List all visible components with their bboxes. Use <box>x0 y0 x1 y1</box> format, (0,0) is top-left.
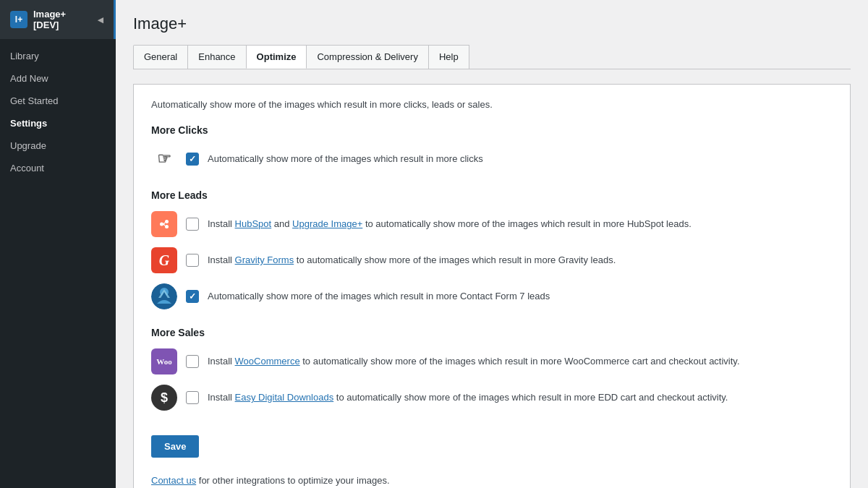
svg-point-1 <box>160 223 163 226</box>
checkbox-hubspot[interactable] <box>186 218 199 231</box>
contact-link[interactable]: Contact us <box>151 475 196 486</box>
option-text-clicks: Automatically show more of the images wh… <box>208 152 483 166</box>
tab-compression[interactable]: Compression & Delivery <box>306 45 428 69</box>
option-row-edd: $ Install Easy Digital Downloads to auto… <box>151 385 833 411</box>
svg-line-4 <box>163 224 165 226</box>
sidebar-item-get-started[interactable]: Get Started <box>0 90 116 112</box>
page-subtitle: Automatically show more of the images wh… <box>151 99 833 110</box>
logo-icon: I+ <box>10 11 27 28</box>
option-row-cf7: Automatically show more of the images wh… <box>151 283 833 309</box>
tabs-bar: General Enhance Optimize Compression & D… <box>133 45 851 69</box>
checkbox-gravity[interactable] <box>186 254 199 267</box>
tab-optimize[interactable]: Optimize <box>246 45 307 69</box>
contact-line: Contact us for other integrations to opt… <box>151 475 833 486</box>
tab-general[interactable]: General <box>133 45 188 69</box>
sidebar-item-account[interactable]: Account <box>0 157 116 179</box>
hubspot-icon <box>151 211 177 237</box>
section-title-clicks: More Clicks <box>151 124 833 136</box>
section-more-leads: More Leads Install HubSpot and Upgrade I… <box>151 189 833 309</box>
main-content: Image+ General Enhance Optimize Compress… <box>116 0 868 488</box>
save-button[interactable]: Save <box>151 435 199 458</box>
option-text-cf7: Automatically show more of the images wh… <box>208 289 550 304</box>
cf7-icon <box>151 283 177 309</box>
link-upgrade-imageplus[interactable]: Upgrade Image+ <box>292 218 362 229</box>
sidebar: I+ Image+ [DEV] ◀ Library Add New Get St… <box>0 0 116 488</box>
tab-enhance[interactable]: Enhance <box>187 45 246 69</box>
sidebar-item-upgrade[interactable]: Upgrade <box>0 134 116 157</box>
svg-point-0 <box>165 220 169 223</box>
svg-point-2 <box>165 225 169 228</box>
checkbox-edd[interactable] <box>186 391 199 404</box>
sidebar-nav: Library Add New Get Started Settings Upg… <box>0 45 116 179</box>
option-text-woo: Install WooCommerce to automatically sho… <box>208 354 740 369</box>
link-hubspot[interactable]: HubSpot <box>235 218 272 229</box>
checkbox-cf7[interactable] <box>186 290 199 303</box>
sidebar-collapse-icon: ◀ <box>98 16 103 24</box>
option-row-gravity: G Install Gravity Forms to automatically… <box>151 247 833 273</box>
option-text-gravity: Install Gravity Forms to automatically s… <box>208 253 616 267</box>
option-text-hubspot: Install HubSpot and Upgrade Image+ to au… <box>208 217 692 231</box>
section-title-leads: More Leads <box>151 189 833 201</box>
sidebar-logo[interactable]: I+ Image+ [DEV] ◀ <box>0 0 116 39</box>
checkbox-woo[interactable] <box>186 355 199 368</box>
content-area: Automatically show more of the images wh… <box>133 84 851 488</box>
page-title: Image+ <box>133 14 851 33</box>
option-row-hubspot: Install HubSpot and Upgrade Image+ to au… <box>151 211 833 237</box>
sidebar-item-library[interactable]: Library <box>0 45 116 67</box>
option-row-clicks: ☞ Automatically show more of the images … <box>151 146 833 172</box>
woo-icon: Woo <box>151 348 177 374</box>
sidebar-item-add-new[interactable]: Add New <box>0 67 116 90</box>
edd-icon: $ <box>151 385 177 411</box>
gravity-icon: G <box>151 247 177 273</box>
link-gravity[interactable]: Gravity Forms <box>235 254 294 265</box>
checkbox-clicks[interactable] <box>186 153 199 166</box>
section-more-clicks: More Clicks ☞ Automatically show more of… <box>151 124 833 172</box>
sidebar-logo-label: Image+ [DEV] <box>33 9 92 30</box>
link-edd[interactable]: Easy Digital Downloads <box>235 392 334 403</box>
link-woocommerce[interactable]: WooCommerce <box>235 356 300 367</box>
hand-icon: ☞ <box>151 146 177 172</box>
option-text-edd: Install Easy Digital Downloads to automa… <box>208 390 728 405</box>
sidebar-item-settings[interactable]: Settings <box>0 112 116 134</box>
option-row-woo: Woo Install WooCommerce to automatically… <box>151 348 833 374</box>
tab-help[interactable]: Help <box>428 45 469 69</box>
section-title-sales: More Sales <box>151 327 833 338</box>
section-more-sales: More Sales Woo Install WooCommerce to au… <box>151 327 833 411</box>
